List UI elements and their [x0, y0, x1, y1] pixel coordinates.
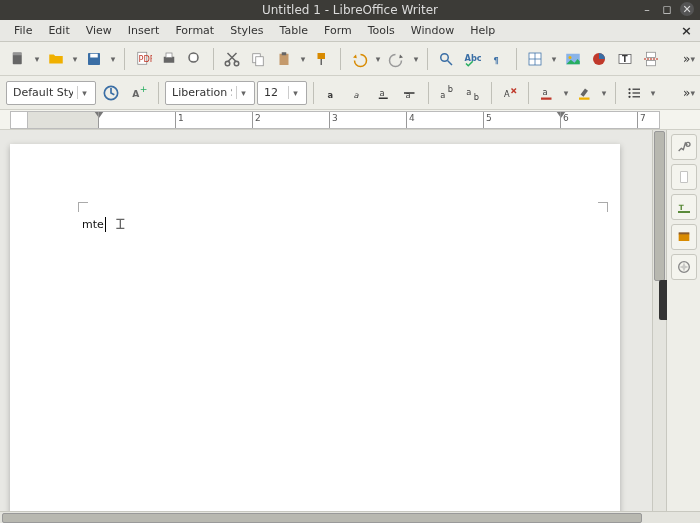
menu-styles[interactable]: Styles: [222, 21, 271, 40]
ruler-row: 1 2 3 4 5 6 7: [0, 110, 700, 130]
sidebar-navigator-button[interactable]: [671, 254, 697, 280]
ruler-tick-label: 6: [563, 113, 569, 123]
insert-chart-button[interactable]: [587, 47, 611, 71]
new-style-button[interactable]: A+: [126, 80, 152, 106]
strikethrough-button[interactable]: a: [398, 81, 422, 105]
horizontal-scrollbar-thumb[interactable]: [2, 513, 642, 523]
svg-rect-59: [680, 172, 687, 183]
menu-file[interactable]: File: [6, 21, 40, 40]
undo-dropdown[interactable]: [373, 47, 383, 71]
chevron-down-icon[interactable]: [236, 86, 250, 99]
svg-text:PDF: PDF: [139, 54, 153, 64]
formatting-overflow-button[interactable]: »: [684, 81, 694, 105]
svg-rect-17: [321, 59, 323, 65]
find-replace-button[interactable]: [434, 47, 458, 71]
sidebar-page-button[interactable]: [671, 164, 697, 190]
paragraph-style-combo[interactable]: Default Styl: [6, 81, 96, 105]
window-minimize-button[interactable]: –: [640, 2, 654, 16]
svg-rect-61: [678, 211, 690, 213]
toolbar-overflow-button[interactable]: »: [684, 47, 694, 71]
open-dropdown[interactable]: [70, 47, 80, 71]
subscript-button[interactable]: ab: [461, 81, 485, 105]
vertical-scrollbar-thumb[interactable]: [654, 131, 665, 281]
clear-formatting-button[interactable]: A: [498, 81, 522, 105]
menu-help[interactable]: Help: [462, 21, 503, 40]
bold-button[interactable]: a: [320, 81, 344, 105]
svg-rect-50: [541, 97, 552, 99]
chevron-down-icon[interactable]: [77, 86, 91, 99]
font-color-button[interactable]: a: [535, 81, 559, 105]
sidebar-collapse-handle[interactable]: [659, 280, 667, 320]
menu-tools[interactable]: Tools: [360, 21, 403, 40]
highlight-color-button[interactable]: [573, 81, 597, 105]
svg-text:a: a: [466, 87, 471, 97]
save-dropdown[interactable]: [108, 47, 118, 71]
horizontal-ruler[interactable]: 1 2 3 4 5 6 7: [28, 111, 660, 129]
page[interactable]: mte Ꮖ: [10, 144, 620, 511]
svg-point-11: [234, 61, 239, 66]
vertical-scrollbar[interactable]: [652, 130, 666, 511]
clone-formatting-button[interactable]: [310, 47, 334, 71]
font-size-combo[interactable]: 12: [257, 81, 307, 105]
cut-button[interactable]: [220, 47, 244, 71]
bullets-button[interactable]: [622, 81, 646, 105]
highlight-color-dropdown[interactable]: [599, 81, 609, 105]
svg-point-52: [628, 88, 630, 90]
insert-table-dropdown[interactable]: [549, 47, 559, 71]
font-color-dropdown[interactable]: [561, 81, 571, 105]
window-close-button[interactable]: ✕: [680, 2, 694, 16]
new-document-button[interactable]: [6, 47, 30, 71]
ruler-tick-label: 1: [178, 113, 184, 123]
sidebar-gallery-button[interactable]: [671, 224, 697, 250]
window-maximize-button[interactable]: ◻: [660, 2, 674, 16]
document-close-button[interactable]: ×: [681, 23, 692, 38]
horizontal-scrollbar-row: [0, 511, 700, 523]
export-pdf-button[interactable]: PDF: [131, 47, 155, 71]
horizontal-scrollbar[interactable]: [0, 512, 652, 523]
svg-rect-1: [13, 52, 22, 55]
open-button[interactable]: [44, 47, 68, 71]
print-preview-button[interactable]: [183, 47, 207, 71]
italic-button[interactable]: a: [346, 81, 370, 105]
superscript-button[interactable]: ab: [435, 81, 459, 105]
undo-button[interactable]: [347, 47, 371, 71]
insert-table-button[interactable]: [523, 47, 547, 71]
ruler-tick-label: 2: [255, 113, 261, 123]
chevron-down-icon[interactable]: [288, 86, 302, 99]
insert-image-button[interactable]: [561, 47, 585, 71]
document-text-line[interactable]: mte Ꮖ: [82, 216, 125, 233]
menu-insert[interactable]: Insert: [120, 21, 168, 40]
menu-view[interactable]: View: [78, 21, 120, 40]
print-button[interactable]: [157, 47, 181, 71]
new-document-dropdown[interactable]: [32, 47, 42, 71]
font-name-combo[interactable]: Liberation S: [165, 81, 255, 105]
menu-format[interactable]: Format: [167, 21, 222, 40]
update-style-button[interactable]: [98, 80, 124, 106]
menu-table[interactable]: Table: [272, 21, 316, 40]
insert-textbox-button[interactable]: T: [613, 47, 637, 71]
sidebar-styles-button[interactable]: T: [671, 194, 697, 220]
document-text: mte: [82, 218, 104, 231]
paste-button[interactable]: [272, 47, 296, 71]
paste-dropdown[interactable]: [298, 47, 308, 71]
redo-button[interactable]: [385, 47, 409, 71]
menu-edit[interactable]: Edit: [40, 21, 77, 40]
menu-form[interactable]: Form: [316, 21, 360, 40]
menu-window[interactable]: Window: [403, 21, 462, 40]
svg-text:Abc: Abc: [465, 52, 482, 62]
copy-button[interactable]: [246, 47, 270, 71]
spellcheck-button[interactable]: Abc: [460, 47, 484, 71]
document-area[interactable]: mte Ꮖ: [0, 130, 652, 511]
formatting-marks-button[interactable]: ¶: [486, 47, 510, 71]
insert-page-break-button[interactable]: [639, 47, 663, 71]
redo-dropdown[interactable]: [411, 47, 421, 71]
svg-rect-15: [282, 52, 287, 55]
svg-point-58: [686, 142, 690, 146]
svg-rect-51: [579, 97, 590, 99]
sidebar-properties-button[interactable]: [671, 134, 697, 160]
svg-text:b: b: [474, 91, 479, 101]
bullets-dropdown[interactable]: [648, 81, 658, 105]
save-button[interactable]: [82, 47, 106, 71]
underline-button[interactable]: a: [372, 81, 396, 105]
svg-text:A: A: [504, 88, 510, 98]
